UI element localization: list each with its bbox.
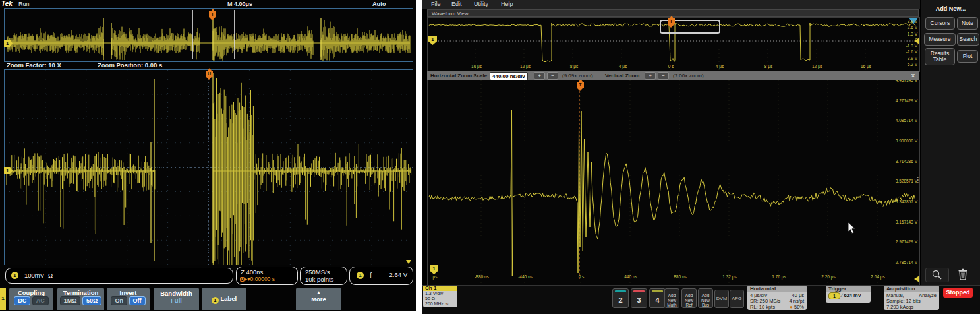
axis-label: -2.6 V: [906, 49, 917, 54]
vzoom-minus-button[interactable]: −: [658, 72, 669, 80]
axis-label: 2.971429 V: [896, 239, 917, 244]
trigger-source-badge: 1: [357, 272, 364, 279]
bandwidth-value: Full: [154, 297, 199, 304]
right-sidebar: Add New... Cursors Note Measure Search R…: [920, 0, 980, 285]
sample-rate-readout[interactable]: 250MS/s 10k points: [300, 267, 347, 285]
trigger-position-marker-overview-right[interactable]: T: [668, 18, 675, 24]
channel1-badge: 1: [11, 272, 18, 279]
horizontal-zoom-scale-label: Horizontal Zoom Scale: [430, 73, 487, 78]
horizontal-title: Horizontal: [747, 286, 807, 292]
timebase-readout: M 4.00μs: [227, 1, 252, 7]
trigger-position-marker-zoom[interactable]: U: [206, 71, 213, 77]
hzoom-minus-button[interactable]: −: [547, 72, 558, 80]
axis-label: 0: [915, 38, 917, 42]
channel1-readout[interactable]: 1 100mV Ω: [5, 268, 233, 284]
axis-label: -8 μs: [569, 64, 579, 69]
horizontal-settings-panel[interactable]: Horizontal 4 μs/div 40 μs SR: 250 MS/s 4…: [747, 286, 807, 310]
hzoom-factor-text: (9.09x zoom): [562, 73, 593, 78]
vzoom-factor-text: (7.00x zoom): [673, 73, 704, 78]
label-text: Label: [220, 295, 237, 302]
zoom-voltage-axis: 4.457143 V4.271429 V4.085714 V3.900000 V…: [896, 78, 917, 265]
add-search-button[interactable]: Search: [957, 33, 979, 46]
add-results-table-button[interactable]: Results Table: [925, 48, 955, 65]
trigger-position-marker-overview[interactable]: T: [209, 11, 216, 17]
termination-title: Termination: [57, 289, 104, 296]
add-note-button[interactable]: Note: [957, 17, 978, 30]
horizontal-resolution: 4 ns/pt: [789, 298, 804, 304]
menu-file[interactable]: File: [431, 1, 441, 7]
zoom-tool-button[interactable]: [925, 268, 949, 282]
zoom-scale-readout[interactable]: Z 400ns U▸▾0.00000 s: [236, 267, 298, 285]
coupling-dc-option[interactable]: DC: [14, 296, 30, 305]
axis-label: -3.9 V: [906, 56, 917, 61]
axis-label: 16 μs: [861, 64, 871, 69]
zoom-waveform-view[interactable]: 1 •••: [427, 80, 920, 286]
acquisition-settings-panel[interactable]: Acquisition Manual, Analyze Sample: 12 b…: [884, 286, 939, 310]
axis-label: -4 μs: [618, 64, 627, 69]
horizontal-position: ● 50%: [790, 304, 804, 310]
more-menu-button[interactable]: ▲ More: [296, 288, 341, 310]
app-menubar: File Edit Utility Help: [422, 0, 980, 9]
axis-label: 3.157143 V: [896, 220, 917, 224]
trigger-level-value: 2.64 V: [389, 271, 407, 278]
axis-label: 3.9 V: [908, 19, 917, 24]
axis-label: -5.2 V: [906, 62, 917, 67]
termination-50-option[interactable]: 50Ω: [82, 296, 101, 305]
add-plot-button[interactable]: Plot: [957, 50, 978, 63]
add-new-ref-button[interactable]: Add New Ref: [681, 288, 697, 308]
axis-label: -16 μs: [470, 64, 482, 69]
position-dot-icon: ●: [790, 304, 793, 310]
invert-off-option[interactable]: Off: [129, 296, 146, 305]
menu-edit[interactable]: Edit: [451, 1, 462, 7]
invert-menu-button[interactable]: Invert On Off: [107, 288, 150, 310]
acquisition-sample: Sample: 12 bits: [886, 298, 921, 304]
vzoom-plus-button[interactable]: +: [645, 72, 656, 80]
axis-label: 1.32 μs: [722, 274, 736, 279]
bandwidth-menu-button[interactable]: Bandwidth Full: [154, 288, 199, 310]
channel2-color-stripe: [615, 290, 626, 292]
acquisition-title: Acquisition: [884, 286, 939, 292]
horizontal-zoom-scale-input[interactable]: 440.00 ns/div: [490, 72, 528, 80]
trash-button[interactable]: [955, 267, 971, 282]
afg-button[interactable]: AFG: [730, 290, 744, 308]
trigger-level-arrow-zoom[interactable]: [914, 276, 919, 282]
add-new-bus-button[interactable]: Add New Bus: [698, 288, 713, 308]
trigger-settings-panel[interactable]: Trigger 1 ∕ 624 mV: [826, 286, 871, 303]
invert-on-option[interactable]: On: [111, 296, 127, 305]
zoom-pos-icon: U: [240, 277, 245, 282]
coupling-title: Coupling: [9, 289, 53, 296]
termination-1m-option[interactable]: 1MΩ: [60, 296, 81, 305]
menu-help[interactable]: Help: [501, 1, 513, 7]
coupling-ac-option[interactable]: AC: [32, 296, 49, 305]
trigger-position-marker-zoomview[interactable]: T: [577, 82, 584, 88]
trigger-slope-icon: ∫: [370, 271, 372, 278]
label-menu-button[interactable]: 1 Label: [202, 288, 246, 310]
termination-menu-button[interactable]: Termination 1MΩ 50Ω: [57, 288, 104, 310]
hzoom-plus-button[interactable]: +: [534, 72, 545, 80]
vertical-zoom-label: Vertical Zoom: [605, 73, 639, 78]
acquisition-analyze: Analyze: [919, 292, 937, 298]
trigger-readout[interactable]: 1 ∫ 2.64 V: [349, 267, 413, 285]
channel2-button[interactable]: 2: [612, 288, 629, 308]
run-state-button[interactable]: Stopped: [943, 288, 973, 298]
axis-label: 12 μs: [812, 64, 822, 69]
add-measure-button[interactable]: Measure: [924, 33, 956, 46]
horizontal-sample-rate: SR: 250 MS/s: [750, 298, 780, 304]
add-cursors-button[interactable]: Cursors: [925, 17, 955, 30]
channel3-button[interactable]: 3: [631, 288, 647, 308]
overview-voltage-axis: 3.9 V2.6 V1.3 V0-1.3 V-2.6 V-3.9 V-5.2 V: [906, 19, 917, 67]
channel1-scale: 100mV: [24, 272, 44, 279]
ch1-badge[interactable]: Ch 1 1.3 V/div 50 Ω 200 MHz ∿: [423, 286, 457, 307]
axis-label: 1.3 V: [908, 32, 917, 36]
dvm-button[interactable]: DVM: [714, 290, 729, 308]
axis-label: 3.342857 V: [896, 199, 917, 204]
add-new-math-button[interactable]: Add New Math: [664, 288, 679, 308]
coupling-menu-button[interactable]: Coupling DC AC: [9, 288, 53, 310]
invert-title: Invert: [107, 289, 150, 296]
close-zoom-button[interactable]: X: [911, 73, 915, 78]
zoom-waveform-window: 1: [4, 69, 413, 265]
menu-utility[interactable]: Utility: [474, 1, 488, 7]
zoom-scale-value: Z 400ns: [241, 268, 263, 276]
ch1-name: Ch 1: [423, 286, 457, 291]
channel4-button[interactable]: 4: [649, 288, 666, 308]
